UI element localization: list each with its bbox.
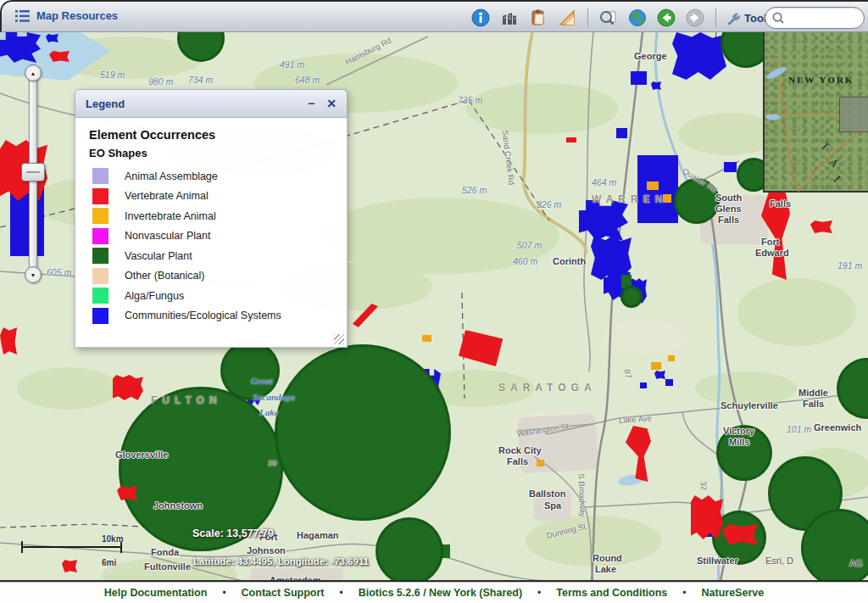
footer-link[interactable]: Terms and Conditions [556, 587, 667, 599]
scalebar-km-label: 10km [102, 534, 124, 544]
toolbar-title: Map Resources [36, 9, 118, 22]
down-arrow-icon: ▼ [31, 272, 36, 278]
legend-item: Animal Assemblage [89, 166, 347, 187]
overview-map[interactable]: NEW YORK TAI [763, 32, 868, 193]
scale-text: Scale: 13,577.79 [192, 528, 274, 539]
buildings-button[interactable] [498, 7, 520, 29]
overview-region-label: NEW YORK [788, 75, 854, 85]
coordinates-text: Latitude: 43.4495, Longitude: -73.6911 [193, 556, 369, 567]
legend-header[interactable]: Legend − ✕ [75, 89, 348, 118]
legend-swatch [92, 208, 108, 224]
ruler-icon [558, 8, 576, 27]
legend-swatch [92, 228, 108, 244]
legend-item: Nonvascular Plant [89, 226, 347, 247]
footer-bar: Help Documentation•Contact Support•Bioti… [0, 582, 868, 603]
legend-item-label: Animal Assemblage [125, 170, 218, 182]
legend-item: Invertebrate Animal [89, 206, 347, 226]
zoom-selection-icon [598, 8, 619, 28]
info-icon [471, 8, 490, 27]
toolbar-separator [587, 8, 588, 27]
bullet-icon: • [340, 587, 343, 599]
extent-box[interactable] [839, 97, 868, 132]
legend-item-label: Other (Botanical) [125, 270, 204, 282]
map-resources-button[interactable]: Map Resources [15, 9, 118, 22]
search-icon [772, 12, 785, 25]
up-arrow-icon: ▲ [31, 70, 36, 76]
search-box[interactable] [765, 7, 865, 29]
resize-handle-icon[interactable] [334, 334, 344, 344]
legend-close-button[interactable]: ✕ [326, 98, 337, 109]
legend-panel: Legend − ✕ Element Occurrences EO Shapes… [75, 89, 348, 348]
legend-item-label: Invertebrate Animal [125, 210, 216, 222]
search-input[interactable] [785, 11, 860, 25]
bullet-icon: • [222, 587, 225, 599]
legend-item-label: Communities/Ecological Systems [125, 310, 281, 321]
legend-subheading: EO Shapes [89, 147, 347, 159]
back-button[interactable] [655, 7, 677, 29]
legend-body: Element Occurrences EO Shapes Animal Ass… [75, 118, 348, 348]
legend-item-label: Alga/Fungus [125, 290, 184, 302]
back-arrow-icon [657, 8, 676, 27]
legend-minimize-button[interactable]: − [308, 98, 314, 109]
legend-item: Other (Botanical) [89, 266, 347, 287]
legend-heading: Element Occurrences [89, 128, 347, 142]
zoom-in-button[interactable]: ▲ [25, 64, 42, 81]
attribution-text: Esri, D [765, 556, 793, 566]
application-window: Map Resources [0, 0, 868, 603]
footer-link[interactable]: Help Documentation [104, 587, 208, 599]
attribution-text: AG [849, 558, 863, 568]
buildings-icon [500, 8, 519, 27]
footer-links: Help Documentation•Contact Support•Bioti… [104, 587, 764, 599]
list-icon [15, 10, 30, 22]
zoom-selection-button[interactable] [598, 7, 620, 29]
legend-item: Alga/Fungus [89, 286, 347, 306]
footer-link[interactable]: Biotics 5.2.6 / New York (Shared) [359, 587, 522, 599]
forward-button[interactable] [684, 7, 706, 29]
legend-item: Vascular Plant [89, 246, 347, 266]
info-button[interactable] [470, 7, 492, 29]
top-toolbar: Map Resources [0, 0, 868, 32]
legend-item: Communities/Ecological Systems [89, 306, 347, 327]
legend-items: Animal AssemblageVertebrate AnimalInvert… [89, 166, 347, 326]
toolbar-separator [715, 8, 716, 27]
legend-title: Legend [86, 98, 296, 110]
legend-swatch [92, 268, 108, 284]
zoom-slider: ▲ ▼ [22, 64, 49, 285]
legend-item: Vertebrate Animal [89, 187, 347, 207]
zoom-slider-thumb[interactable] [21, 163, 45, 181]
forward-arrow-icon [686, 8, 704, 27]
legend-swatch [92, 188, 108, 204]
legend-swatch [92, 168, 108, 184]
clipboard-icon [529, 8, 548, 27]
legend-swatch [92, 288, 108, 304]
globe-button[interactable] [626, 7, 648, 29]
zoom-out-button[interactable]: ▼ [25, 266, 42, 283]
globe-icon [628, 8, 647, 27]
legend-item-label: Vascular Plant [125, 250, 192, 262]
footer-link[interactable]: NatureServe [702, 587, 765, 599]
legend-swatch [92, 248, 108, 264]
bullet-icon: • [682, 587, 686, 599]
legend-swatch [92, 308, 108, 324]
legend-item-label: Vertebrate Animal [125, 190, 209, 202]
wrench-icon [726, 9, 743, 26]
bullet-icon: • [537, 587, 541, 599]
toolbar-buttons: Tools ▼ [470, 6, 783, 30]
map-canvas[interactable]: 519 m980 m734 m491 m648 m735 m526 m326 m… [0, 32, 868, 582]
scalebar-mi-label: 6mi [102, 558, 116, 567]
ruler-button[interactable] [556, 7, 578, 29]
legend-item-label: Nonvascular Plant [125, 230, 210, 242]
footer-link[interactable]: Contact Support [242, 587, 325, 599]
clipboard-button[interactable] [527, 7, 549, 29]
